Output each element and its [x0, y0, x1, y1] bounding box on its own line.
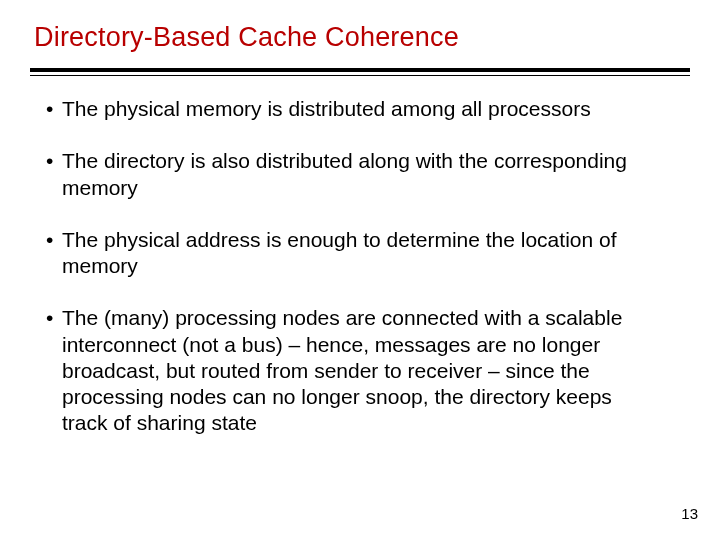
slide-title: Directory-Based Cache Coherence [34, 22, 459, 53]
slide: Directory-Based Cache Coherence • The ph… [0, 0, 720, 540]
bullet-glyph: • [46, 305, 62, 436]
bullet-item: • The directory is also distributed alon… [46, 148, 640, 201]
bullet-glyph: • [46, 148, 62, 201]
bullet-text: The (many) processing nodes are connecte… [62, 305, 640, 436]
bullet-text: The physical address is enough to determ… [62, 227, 640, 280]
title-rule-thick [30, 68, 690, 72]
bullet-item: • The (many) processing nodes are connec… [46, 305, 640, 436]
bullet-glyph: • [46, 96, 62, 122]
bullet-item: • The physical address is enough to dete… [46, 227, 640, 280]
bullet-item: • The physical memory is distributed amo… [46, 96, 640, 122]
title-rule-thin [30, 75, 690, 76]
slide-body: • The physical memory is distributed amo… [46, 96, 640, 437]
bullet-text: The directory is also distributed along … [62, 148, 640, 201]
page-number: 13 [681, 505, 698, 522]
bullet-glyph: • [46, 227, 62, 280]
bullet-text: The physical memory is distributed among… [62, 96, 640, 122]
